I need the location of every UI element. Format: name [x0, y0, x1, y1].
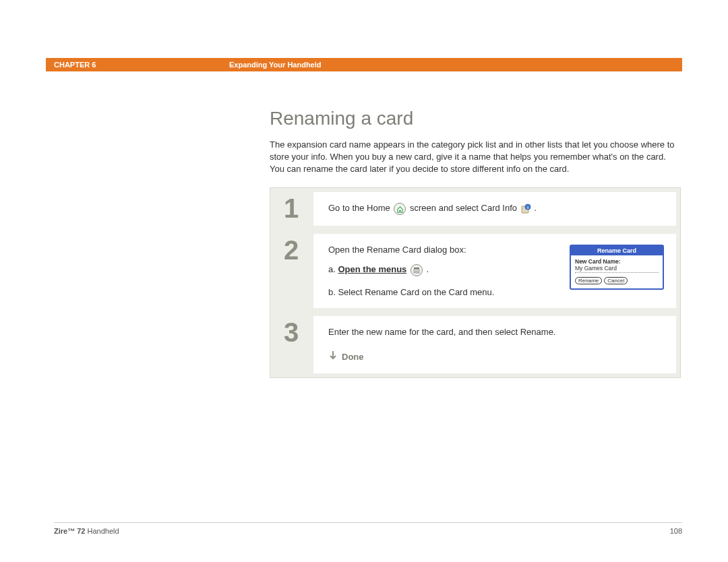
- dialog-field-value: My Games Card: [575, 265, 659, 273]
- section-title: Renaming a card: [270, 108, 413, 129]
- step2-intro: Open the Rename Card dialog box:: [328, 245, 556, 255]
- step3-text: Enter the new name for the card, and the…: [328, 327, 664, 337]
- step-2: 2 Open the Rename Card dialog box: a. Op…: [270, 230, 680, 312]
- svg-rect-3: [414, 268, 419, 269]
- svg-rect-4: [414, 270, 419, 273]
- dialog-field-label: New Card Name:: [575, 258, 659, 265]
- done-label: Done: [342, 352, 364, 362]
- step1-text-pre: Go to the Home: [328, 203, 392, 213]
- page-footer: Zire™ 72 Handheld 108: [54, 522, 682, 535]
- chapter-header: CHAPTER 6 Expanding Your Handheld: [46, 58, 682, 71]
- step-3: 3 Enter the new name for the card, and t…: [270, 312, 680, 377]
- product-name: Zire™ 72 Handheld: [54, 527, 119, 535]
- substep-a-prefix: a.: [328, 264, 338, 274]
- step-number: 1: [270, 188, 313, 226]
- step-number: 3: [270, 312, 313, 377]
- step-body: Enter the new name for the card, and the…: [313, 316, 676, 373]
- done-indicator: Done: [328, 350, 664, 363]
- step-number: 2: [270, 230, 313, 308]
- step1-text-mid: screen and select Card Info: [410, 203, 520, 213]
- section-intro: The expansion card name appears in the c…: [270, 139, 681, 176]
- substep-a-suffix: .: [424, 264, 429, 274]
- rename-card-dialog: Rename Card New Card Name: My Games Card…: [570, 245, 664, 290]
- steps-container: 1 Go to the Home screen and select Card …: [270, 187, 681, 378]
- step-body: Open the Rename Card dialog box: a. Open…: [313, 234, 676, 308]
- step-body: Go to the Home screen and select Card In…: [313, 192, 676, 226]
- dialog-title: Rename Card: [571, 246, 663, 255]
- home-icon: [394, 203, 406, 215]
- arrow-down-icon: [328, 350, 338, 363]
- rename-button[interactable]: Rename: [575, 277, 602, 284]
- page-number: 108: [670, 527, 682, 535]
- cancel-button[interactable]: Cancel: [604, 277, 628, 284]
- card-info-icon: i: [520, 203, 532, 215]
- substep-b: b. Select Rename Card on the Card menu.: [328, 287, 556, 297]
- menu-icon: [411, 264, 423, 276]
- open-menus-link[interactable]: Open the menus: [338, 264, 406, 274]
- chapter-label: CHAPTER 6: [54, 61, 229, 69]
- step-1: 1 Go to the Home screen and select Card …: [270, 188, 680, 230]
- step1-text-post: .: [534, 203, 537, 213]
- chapter-title: Expanding Your Handheld: [229, 61, 322, 69]
